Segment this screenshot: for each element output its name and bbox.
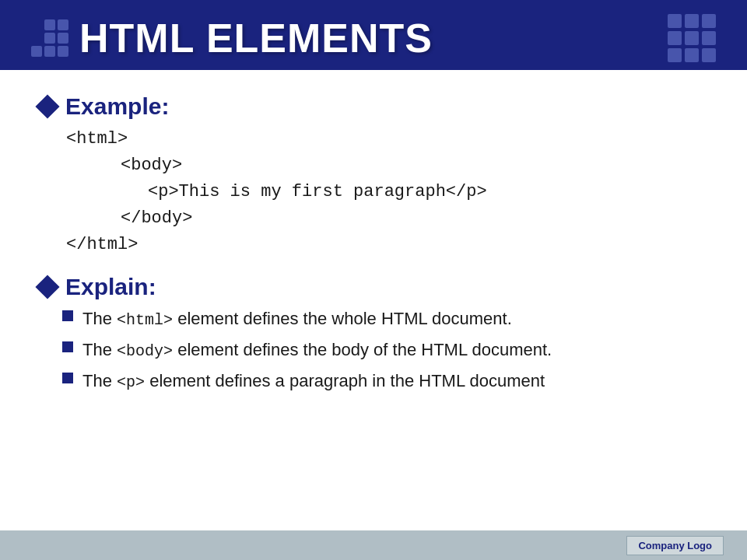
bullet-square-3 [62,373,73,383]
example-section-title: Example: [39,93,708,120]
bullet-text-3: The <p> element defines a paragraph in t… [82,369,545,394]
explain-label: Explain: [65,274,156,300]
bullet-item-1: The <html> element defines the whole HTM… [62,306,708,331]
bullet-item-3: The <p> element defines a paragraph in t… [62,369,708,394]
code-line-4: </body> [121,205,708,232]
bullet-item-2: The <body> element defines the body of t… [62,338,708,362]
inline-code-2: <body> [117,342,173,360]
inline-code-1: <html> [117,311,173,329]
explain-diamond-bullet [35,275,59,299]
bullet-square-1 [62,310,73,321]
code-line-1: <html> [66,126,708,152]
company-logo: Company Logo [626,536,724,555]
slide: HTML ELEMENTS Example: <html> <body> [0,0,747,560]
footer: Company Logo [0,530,747,560]
header-dots-right [651,14,716,62]
code-line-2: <body> [121,152,708,179]
example-label: Example: [65,93,169,120]
inline-code-3: <p> [117,373,145,391]
example-diamond-bullet [35,94,59,118]
explain-section: Explain: The <html> element defines the … [39,274,708,400]
code-line-5: </html> [66,232,708,258]
header: HTML ELEMENTS [0,0,747,70]
content-area: Example: <html> <body> <p>This is my fir… [0,70,747,530]
header-dots-left [31,19,68,57]
bullet-square-2 [62,341,73,352]
page-title: HTML ELEMENTS [79,15,433,61]
bullet-text-2: The <body> element defines the body of t… [82,338,552,362]
code-line-3: <p>This is my first paragraph</p> [148,179,708,205]
explain-section-title: Explain: [39,274,708,300]
bullet-text-1: The <html> element defines the whole HTM… [82,306,512,331]
code-block: <html> <body> <p>This is my first paragr… [66,126,708,258]
